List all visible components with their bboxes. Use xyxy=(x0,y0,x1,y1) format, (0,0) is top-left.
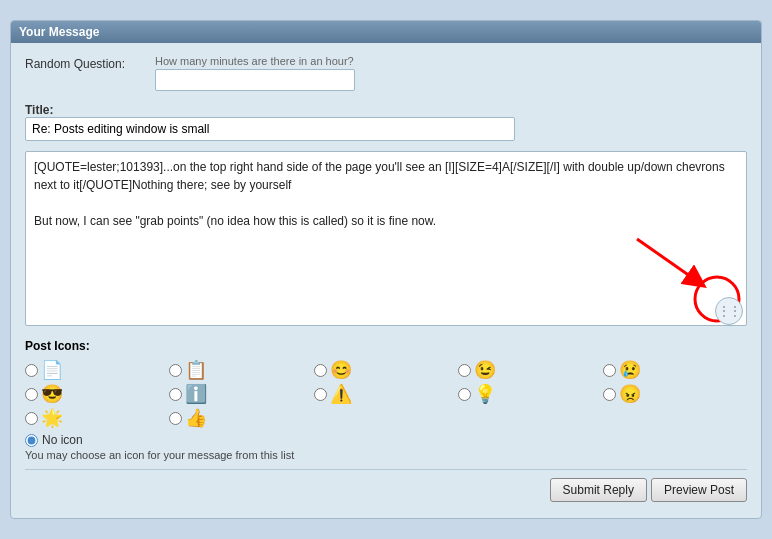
post-icons-label: Post Icons: xyxy=(25,339,747,353)
icon-option-3[interactable]: 😊 xyxy=(314,359,458,381)
icon-option-6[interactable]: 😎 xyxy=(25,383,169,405)
icon-option-7[interactable]: ℹ️ xyxy=(169,383,313,405)
icon-option-12[interactable]: 👍 xyxy=(169,407,313,429)
title-label: Title: xyxy=(25,101,155,117)
icon-option-9[interactable]: 💡 xyxy=(458,383,602,405)
panel-header: Your Message xyxy=(11,21,761,43)
no-icon-radio[interactable] xyxy=(25,434,38,447)
resize-handle[interactable]: ⋮⋮ xyxy=(715,297,743,325)
icon-option-11[interactable]: 🌟 xyxy=(25,407,169,429)
icon-option-2[interactable]: 📋 xyxy=(169,359,313,381)
preview-post-button[interactable]: Preview Post xyxy=(651,478,747,502)
icon-option-10[interactable]: 😠 xyxy=(603,383,747,405)
no-icon-label: No icon xyxy=(42,433,83,447)
random-question-label: Random Question: xyxy=(25,55,155,71)
panel-title: Your Message xyxy=(19,25,99,39)
icon-option-5[interactable]: 😢 xyxy=(603,359,747,381)
message-textarea[interactable] xyxy=(25,151,747,326)
icon-option-8[interactable]: ⚠️ xyxy=(314,383,458,405)
title-input[interactable] xyxy=(25,117,515,141)
post-icons-hint: You may choose an icon for your message … xyxy=(25,449,747,461)
icons-grid: 📄 📋 😊 😉 😢 xyxy=(25,359,747,429)
submit-reply-button[interactable]: Submit Reply xyxy=(550,478,647,502)
random-question-hint: How many minutes are there in an hour? xyxy=(155,55,355,67)
random-question-input[interactable] xyxy=(155,69,355,91)
footer-buttons: Submit Reply Preview Post xyxy=(25,469,747,506)
icon-option-4[interactable]: 😉 xyxy=(458,359,602,381)
icon-option-1[interactable]: 📄 xyxy=(25,359,169,381)
